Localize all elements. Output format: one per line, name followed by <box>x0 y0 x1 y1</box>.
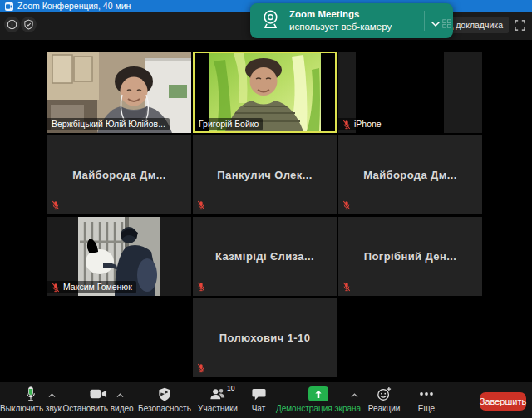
chat-icon <box>252 386 266 402</box>
participants-count-badge: 10 <box>227 384 234 392</box>
participant-name: Майборода Дм... <box>338 135 482 214</box>
participant-name: Максим Гоменюк <box>63 281 132 293</box>
participant-name: Панкулич Олек... <box>193 135 337 214</box>
encryption-button[interactable] <box>21 17 37 32</box>
video-grid: Вержбіцький Юлій Юлійов... <box>0 40 532 382</box>
fullscreen-icon <box>515 20 525 31</box>
meeting-toolbar: Выключить звук Остановить видео Безопасн… <box>0 382 532 418</box>
more-button[interactable]: Еще <box>407 386 446 416</box>
mute-label: Выключить звук <box>0 404 62 413</box>
zoom-meeting-window: Zoom Конференция, 40 мин 00:09:46 Вид до… <box>0 0 532 418</box>
fullscreen-button[interactable] <box>514 19 526 32</box>
participant-tile-kazmiridi[interactable]: Казміріді Єлиза... <box>193 217 337 296</box>
toast-texts: Zoom Meetings использует веб-камеру <box>289 9 392 32</box>
muted-mic-icon <box>342 200 351 210</box>
microphone-icon <box>25 386 37 402</box>
participant-name: Казміріді Єлиза... <box>193 217 337 296</box>
reactions-label: Реакции <box>368 404 401 413</box>
participant-name-label: Григорій Бойко <box>195 118 263 130</box>
participant-name: Вержбіцький Юлій Юлійов... <box>52 118 165 130</box>
reactions-icon <box>377 386 392 402</box>
security-label: Безопасность <box>138 404 191 413</box>
toast-subtitle: использует веб-камеру <box>289 22 392 32</box>
participant-tile-pohribnyi[interactable]: Погрібний Ден... <box>338 217 482 296</box>
video-options-chevron[interactable] <box>115 392 125 399</box>
participant-tile-pankulych[interactable]: Панкулич Олек... <box>193 135 337 214</box>
participants-icon: 10 <box>209 386 226 402</box>
muted-mic-icon <box>197 200 205 210</box>
stop-video-label: Остановить видео <box>62 404 133 413</box>
mute-button[interactable]: Выключить звук <box>0 386 62 416</box>
participant-name-label: Вержбіцький Юлій Юлійов... <box>47 118 170 130</box>
participant-tile-maiboroda-1[interactable]: Майборода Дм... <box>47 135 191 214</box>
participants-button[interactable]: 10 Участники <box>193 386 243 416</box>
muted-mic-icon <box>52 200 60 210</box>
participant-name: Майборода Дм... <box>47 135 191 214</box>
participant-name: Погрібний Ден... <box>338 217 482 296</box>
toast-grid-icon <box>442 17 451 32</box>
toast-collapse-chevron-icon[interactable] <box>431 16 441 31</box>
security-button[interactable]: Безопасность <box>136 386 193 416</box>
share-options-chevron[interactable] <box>349 392 359 399</box>
shield-check-icon <box>23 19 34 30</box>
muted-mic-icon <box>197 282 205 292</box>
participant-tile-verzhbitskyi[interactable]: Вержбіцький Юлій Юлійов... <box>47 52 191 133</box>
share-screen-label: Демонстрация экрана <box>276 404 361 413</box>
end-meeting-button[interactable]: Завершить <box>480 392 526 411</box>
more-dots-icon <box>419 386 434 402</box>
participant-name: iPhone <box>354 118 382 130</box>
toast-title: Zoom Meetings <box>289 9 392 20</box>
participant-name: Григорій Бойко <box>199 118 259 130</box>
participant-tile-boiko-active-speaker[interactable]: Григорій Бойко <box>193 52 337 133</box>
reactions-button[interactable]: Реакции <box>362 386 406 416</box>
participant-name: Полюхович 1-10 <box>193 298 337 377</box>
participants-label: Участники <box>198 404 238 413</box>
muted-mic-icon <box>197 363 205 373</box>
stop-video-button[interactable]: Остановить видео <box>63 386 133 416</box>
window-title: Zoom Конференция, 40 мин <box>17 0 131 12</box>
muted-mic-icon <box>52 283 60 293</box>
camera-icon <box>90 386 107 402</box>
share-screen-button[interactable]: Демонстрация экрана <box>277 386 360 416</box>
toast-divider <box>424 11 425 31</box>
participant-tile-maiboroda-2[interactable]: Майборода Дм... <box>338 135 482 214</box>
webcam-icon <box>259 8 282 34</box>
zoom-app-icon <box>5 2 13 11</box>
participant-tile-homeniuk[interactable]: Максим Гоменюк <box>47 217 191 296</box>
muted-mic-icon <box>342 282 351 292</box>
participant-name-label: iPhone <box>338 118 386 130</box>
chat-button[interactable]: Чат <box>243 386 274 416</box>
muted-mic-icon <box>342 120 351 130</box>
more-label: Еще <box>418 404 435 413</box>
meeting-info-button[interactable] <box>4 17 20 32</box>
webcam-toast: Zoom Meetings использует веб-камеру <box>250 3 453 38</box>
share-screen-icon <box>308 386 328 401</box>
security-shield-icon <box>158 386 171 402</box>
chat-label: Чат <box>252 404 266 413</box>
participant-name-label: Максим Гоменюк <box>47 281 136 293</box>
info-icon <box>7 19 17 30</box>
mute-options-chevron[interactable] <box>47 392 57 399</box>
participant-tile-iphone[interactable]: iPhone <box>338 52 482 133</box>
participant-tile-poliukhovych[interactable]: Полюхович 1-10 <box>193 298 337 377</box>
